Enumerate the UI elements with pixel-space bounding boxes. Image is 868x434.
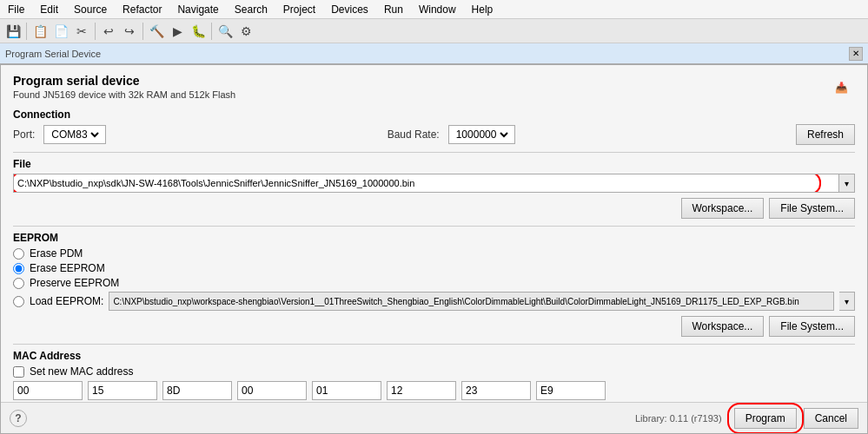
program-button-wrapper: Program [734, 408, 797, 429]
mac-input-0[interactable] [17, 385, 78, 397]
eeprom-erase-label: Erase EEPROM [30, 262, 105, 274]
menu-window[interactable]: Window [414, 2, 461, 17]
mac-field-7[interactable] [536, 381, 606, 400]
eeprom-radio-erase-eeprom: Erase EEPROM [13, 262, 855, 274]
mac-field-6[interactable] [461, 381, 531, 400]
file-path-text: C:\NXP\bstudio_nxp\sdk\JN-SW-4168\Tools\… [17, 178, 414, 188]
divider-1 [13, 152, 855, 153]
mac-input-7[interactable] [540, 385, 601, 397]
mac-input-6[interactable] [466, 385, 527, 397]
menu-file[interactable]: File [3, 2, 29, 17]
file-dropdown-arrow[interactable]: ▾ [839, 174, 855, 193]
eeprom-section: Erase PDM Erase EEPROM Preserve EEPROM L… [13, 247, 855, 337]
file-section: C:\NXP\bstudio_nxp\sdk\JN-SW-4168\Tools\… [13, 174, 855, 219]
mac-section-label: MAC Address [13, 350, 855, 362]
mac-field-0[interactable] [13, 381, 83, 400]
file-filesystem-button[interactable]: File System... [769, 198, 855, 219]
connection-section-label: Connection [13, 108, 855, 121]
eeprom-radio-preserve: Preserve EEPROM [13, 277, 855, 289]
mac-set-new-checkbox[interactable] [13, 366, 24, 378]
toolbar-btn-10[interactable]: 🔍 [215, 22, 235, 41]
port-label: Port: [13, 128, 35, 141]
baud-rate-select[interactable]: 1000000 115200 38400 [453, 128, 511, 141]
mac-field-1[interactable] [88, 381, 157, 400]
mac-field-4[interactable] [312, 381, 381, 400]
close-icon[interactable]: ✕ [849, 47, 863, 61]
file-row: C:\NXP\bstudio_nxp\sdk\JN-SW-4168\Tools\… [13, 174, 855, 193]
file-workspace-button[interactable]: Workspace... [681, 198, 765, 219]
divider-3 [13, 344, 855, 345]
mac-input-4[interactable] [316, 385, 377, 397]
refresh-button[interactable]: Refresh [796, 124, 855, 145]
toolbar-btn-11[interactable]: ⚙ [236, 22, 255, 41]
mac-set-new-label: Set new MAC address [30, 365, 133, 378]
eeprom-preserve-label: Preserve EEPROM [30, 277, 119, 289]
dialog: 📥 Program serial device Found JN5169 dev… [0, 64, 868, 434]
menu-bar: File Edit Source Refactor Navigate Searc… [0, 0, 868, 19]
toolbar-sep-3 [142, 23, 143, 40]
toolbar-sep-4 [211, 23, 212, 40]
toolbar-btn-9[interactable]: 🐛 [189, 22, 208, 41]
divider-2 [13, 226, 855, 227]
toolbar-btn-4[interactable]: ✂ [72, 22, 91, 41]
dialog-subtitle: Found JN5169 device with 32k RAM and 512… [13, 89, 855, 100]
mac-field-2[interactable] [162, 381, 232, 400]
program-button[interactable]: Program [734, 408, 797, 429]
toolbar-btn-7[interactable]: 🔨 [147, 22, 166, 41]
connection-row: Port: COM83 COM1 COM2 Baud Rate: 1000000… [13, 124, 855, 145]
eeprom-radio-pdm-input[interactable] [13, 248, 24, 260]
eeprom-section-label: EEPROM [13, 232, 855, 244]
toolbar-btn-6[interactable]: ↪ [120, 22, 139, 41]
mac-input-1[interactable] [92, 385, 153, 397]
title-area-text: Program Serial Device [5, 49, 101, 59]
mac-fields-row [13, 381, 855, 400]
mac-input-5[interactable] [391, 385, 452, 397]
toolbar-btn-1[interactable]: 💾 [3, 22, 23, 41]
menu-refactor[interactable]: Refactor [118, 2, 166, 17]
load-eeprom-path-text: C:\NXP\bstudio_nxp\workspace-shengbiao\V… [113, 297, 798, 306]
mac-section: Set new MAC address [13, 365, 855, 400]
eeprom-filesystem-button[interactable]: File System... [769, 316, 855, 337]
library-text: Library: 0.11 (r7193) [635, 413, 722, 424]
load-eeprom-row: Load EEPROM: C:\NXP\bstudio_nxp\workspac… [13, 292, 855, 311]
cancel-button[interactable]: Cancel [804, 408, 858, 429]
menu-project[interactable]: Project [279, 2, 320, 17]
menu-help[interactable]: Help [467, 2, 498, 17]
menu-navigate[interactable]: Navigate [173, 2, 222, 17]
mac-field-5[interactable] [387, 381, 456, 400]
mac-input-2[interactable] [167, 385, 228, 397]
menu-source[interactable]: Source [70, 2, 111, 17]
port-select[interactable]: COM83 COM1 COM2 [48, 128, 102, 141]
dialog-icon: 📥 [827, 74, 855, 102]
load-eeprom-dropdown-arrow[interactable]: ▾ [839, 292, 855, 311]
file-input-box[interactable]: C:\NXP\bstudio_nxp\sdk\JN-SW-4168\Tools\… [13, 174, 839, 193]
menu-devices[interactable]: Devices [327, 2, 373, 17]
eeprom-radio-erase-input[interactable] [13, 263, 24, 274]
eeprom-workspace-button[interactable]: Workspace... [681, 316, 765, 337]
dialog-title: Program serial device [13, 74, 855, 88]
baud-rate-combo[interactable]: 1000000 115200 38400 [448, 125, 515, 144]
eeprom-pdm-label: Erase PDM [30, 247, 83, 260]
eeprom-radio-load-input[interactable] [13, 296, 24, 307]
help-icon[interactable]: ? [10, 410, 27, 427]
bottom-bar: ? Library: 0.11 (r7193) Program Cancel [1, 402, 867, 433]
file-buttons: Workspace... File System... [13, 198, 855, 219]
eeprom-load-label: Load EEPROM: [30, 295, 103, 307]
mac-field-3[interactable] [237, 381, 307, 400]
toolbar-btn-3[interactable]: 📄 [51, 22, 70, 41]
toolbar-btn-5[interactable]: ↩ [99, 22, 118, 41]
mac-checkbox-row: Set new MAC address [13, 365, 855, 378]
menu-edit[interactable]: Edit [36, 2, 63, 17]
bottom-right: Library: 0.11 (r7193) Program Cancel [635, 408, 858, 429]
toolbar-btn-2[interactable]: 📋 [30, 22, 50, 41]
toolbar-sep-2 [95, 23, 96, 40]
mac-input-3[interactable] [242, 385, 302, 397]
eeprom-buttons: Workspace... File System... [13, 316, 855, 337]
file-section-label: File [13, 158, 855, 170]
port-combo[interactable]: COM83 COM1 COM2 [43, 125, 106, 144]
toolbar-btn-8[interactable]: ▶ [168, 22, 187, 41]
menu-search[interactable]: Search [230, 2, 272, 17]
eeprom-radio-erase-pdm: Erase PDM [13, 247, 855, 260]
eeprom-radio-preserve-input[interactable] [13, 278, 24, 289]
menu-run[interactable]: Run [380, 2, 407, 17]
